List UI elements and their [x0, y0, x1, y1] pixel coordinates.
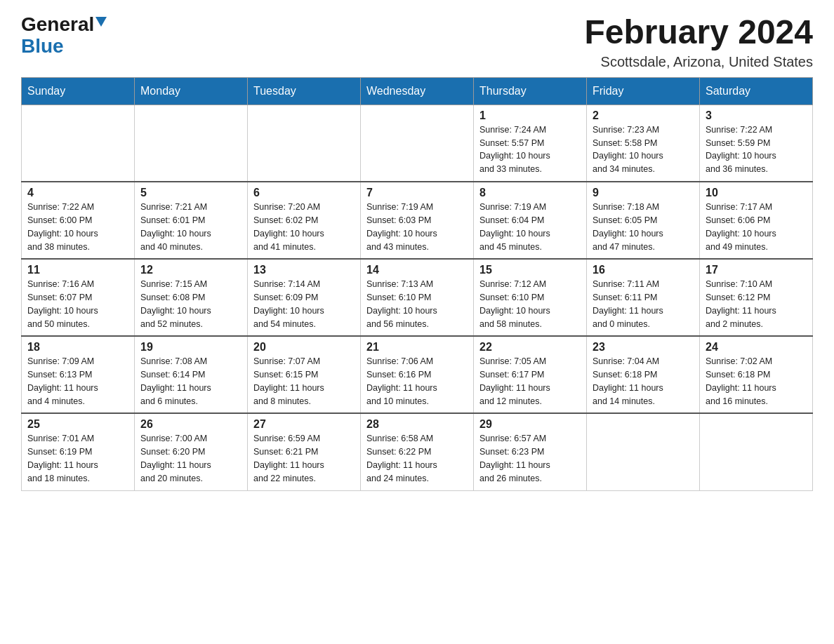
- day-info: Sunrise: 7:22 AMSunset: 6:00 PMDaylight:…: [27, 201, 128, 253]
- day-info: Sunrise: 7:19 AMSunset: 6:03 PMDaylight:…: [366, 201, 468, 253]
- weekday-header-monday: Monday: [135, 77, 248, 105]
- day-number: 21: [366, 341, 468, 354]
- day-number: 12: [140, 264, 241, 276]
- day-info: Sunrise: 7:16 AMSunset: 6:07 PMDaylight:…: [27, 278, 128, 330]
- day-number: 8: [479, 187, 581, 199]
- calendar-week-row: 18Sunrise: 7:09 AMSunset: 6:13 PMDayligh…: [22, 336, 813, 413]
- weekday-header-friday: Friday: [587, 77, 700, 105]
- calendar-cell: 18Sunrise: 7:09 AMSunset: 6:13 PMDayligh…: [22, 336, 135, 413]
- weekday-header-wednesday: Wednesday: [361, 77, 474, 105]
- calendar-cell: 8Sunrise: 7:19 AMSunset: 6:04 PMDaylight…: [474, 182, 587, 259]
- day-info: Sunrise: 7:22 AMSunset: 5:59 PMDaylight:…: [706, 123, 807, 176]
- calendar-cell: 28Sunrise: 6:58 AMSunset: 6:22 PMDayligh…: [361, 413, 474, 490]
- calendar-cell: [135, 105, 248, 182]
- day-info: Sunrise: 7:08 AMSunset: 6:14 PMDaylight:…: [140, 355, 241, 408]
- month-title: February 2024: [584, 14, 813, 51]
- calendar-cell: 20Sunrise: 7:07 AMSunset: 6:15 PMDayligh…: [248, 336, 361, 413]
- calendar-cell: 4Sunrise: 7:22 AMSunset: 6:00 PMDaylight…: [22, 182, 135, 259]
- calendar-cell: 11Sunrise: 7:16 AMSunset: 6:07 PMDayligh…: [22, 259, 135, 336]
- calendar-cell: 24Sunrise: 7:02 AMSunset: 6:18 PMDayligh…: [700, 336, 813, 413]
- calendar-cell: 10Sunrise: 7:17 AMSunset: 6:06 PMDayligh…: [700, 182, 813, 259]
- logo-general-text: General: [21, 14, 94, 36]
- calendar-cell: 7Sunrise: 7:19 AMSunset: 6:03 PMDaylight…: [361, 182, 474, 259]
- day-number: 14: [366, 264, 468, 276]
- day-number: 9: [593, 187, 694, 199]
- day-number: 19: [140, 341, 241, 354]
- calendar-cell: 3Sunrise: 7:22 AMSunset: 5:59 PMDaylight…: [700, 105, 813, 182]
- day-info: Sunrise: 7:00 AMSunset: 6:20 PMDaylight:…: [140, 432, 241, 485]
- day-info: Sunrise: 7:06 AMSunset: 6:16 PMDaylight:…: [366, 355, 468, 408]
- calendar-cell: 16Sunrise: 7:11 AMSunset: 6:11 PMDayligh…: [587, 259, 700, 336]
- day-number: 24: [706, 341, 807, 354]
- calendar-cell: 6Sunrise: 7:20 AMSunset: 6:02 PMDaylight…: [248, 182, 361, 259]
- calendar-cell: 29Sunrise: 6:57 AMSunset: 6:23 PMDayligh…: [474, 413, 587, 490]
- day-number: 28: [366, 418, 468, 431]
- calendar-cell: 12Sunrise: 7:15 AMSunset: 6:08 PMDayligh…: [135, 259, 248, 336]
- day-info: Sunrise: 7:23 AMSunset: 5:58 PMDaylight:…: [593, 123, 694, 176]
- location-text: Scottsdale, Arizona, United States: [584, 54, 813, 70]
- calendar-cell: 19Sunrise: 7:08 AMSunset: 6:14 PMDayligh…: [135, 336, 248, 413]
- day-info: Sunrise: 7:12 AMSunset: 6:10 PMDaylight:…: [479, 278, 581, 330]
- calendar-cell: [22, 105, 135, 182]
- day-number: 22: [479, 341, 581, 354]
- day-info: Sunrise: 7:15 AMSunset: 6:08 PMDaylight:…: [140, 278, 241, 330]
- day-number: 18: [27, 341, 128, 354]
- day-number: 6: [253, 187, 355, 199]
- calendar-cell: 25Sunrise: 7:01 AMSunset: 6:19 PMDayligh…: [22, 413, 135, 490]
- calendar-cell: [248, 105, 361, 182]
- weekday-header-saturday: Saturday: [700, 77, 813, 105]
- day-info: Sunrise: 6:58 AMSunset: 6:22 PMDaylight:…: [366, 432, 468, 485]
- page-header: General Blue February 2024 Scottsdale, A…: [21, 14, 813, 70]
- title-area: February 2024 Scottsdale, Arizona, Unite…: [584, 14, 813, 70]
- day-info: Sunrise: 6:57 AMSunset: 6:23 PMDaylight:…: [479, 432, 581, 485]
- day-info: Sunrise: 7:17 AMSunset: 6:06 PMDaylight:…: [706, 201, 807, 253]
- calendar-cell: 5Sunrise: 7:21 AMSunset: 6:01 PMDaylight…: [135, 182, 248, 259]
- day-number: 25: [27, 418, 128, 431]
- day-number: 3: [706, 109, 807, 122]
- logo: General Blue: [21, 14, 107, 58]
- day-info: Sunrise: 7:20 AMSunset: 6:02 PMDaylight:…: [253, 201, 355, 253]
- day-number: 20: [253, 341, 355, 354]
- calendar-cell: [361, 105, 474, 182]
- weekday-header-tuesday: Tuesday: [248, 77, 361, 105]
- calendar-cell: 15Sunrise: 7:12 AMSunset: 6:10 PMDayligh…: [474, 259, 587, 336]
- calendar-week-row: 1Sunrise: 7:24 AMSunset: 5:57 PMDaylight…: [22, 105, 813, 182]
- calendar-cell: 13Sunrise: 7:14 AMSunset: 6:09 PMDayligh…: [248, 259, 361, 336]
- day-info: Sunrise: 7:04 AMSunset: 6:18 PMDaylight:…: [593, 355, 694, 408]
- day-info: Sunrise: 7:01 AMSunset: 6:19 PMDaylight:…: [27, 432, 128, 485]
- calendar-week-row: 25Sunrise: 7:01 AMSunset: 6:19 PMDayligh…: [22, 413, 813, 490]
- day-number: 17: [706, 264, 807, 276]
- day-info: Sunrise: 7:24 AMSunset: 5:57 PMDaylight:…: [479, 123, 581, 176]
- calendar-header-row: SundayMondayTuesdayWednesdayThursdayFrid…: [22, 77, 813, 105]
- calendar-cell: 26Sunrise: 7:00 AMSunset: 6:20 PMDayligh…: [135, 413, 248, 490]
- calendar-cell: 27Sunrise: 6:59 AMSunset: 6:21 PMDayligh…: [248, 413, 361, 490]
- calendar-cell: [587, 413, 700, 490]
- day-number: 1: [479, 109, 581, 122]
- day-info: Sunrise: 7:02 AMSunset: 6:18 PMDaylight:…: [706, 355, 807, 408]
- day-number: 29: [479, 418, 581, 431]
- day-number: 23: [593, 341, 694, 354]
- day-info: Sunrise: 6:59 AMSunset: 6:21 PMDaylight:…: [253, 432, 355, 485]
- day-info: Sunrise: 7:09 AMSunset: 6:13 PMDaylight:…: [27, 355, 128, 408]
- day-number: 7: [366, 187, 468, 199]
- day-number: 11: [27, 264, 128, 276]
- calendar-cell: 2Sunrise: 7:23 AMSunset: 5:58 PMDaylight…: [587, 105, 700, 182]
- day-number: 27: [253, 418, 355, 431]
- day-number: 5: [140, 187, 241, 199]
- day-number: 15: [479, 264, 581, 276]
- calendar-cell: 14Sunrise: 7:13 AMSunset: 6:10 PMDayligh…: [361, 259, 474, 336]
- calendar-week-row: 4Sunrise: 7:22 AMSunset: 6:00 PMDaylight…: [22, 182, 813, 259]
- day-number: 4: [27, 187, 128, 199]
- weekday-header-thursday: Thursday: [474, 77, 587, 105]
- day-number: 16: [593, 264, 694, 276]
- calendar-cell: 21Sunrise: 7:06 AMSunset: 6:16 PMDayligh…: [361, 336, 474, 413]
- day-info: Sunrise: 7:21 AMSunset: 6:01 PMDaylight:…: [140, 201, 241, 253]
- calendar-cell: [700, 413, 813, 490]
- day-info: Sunrise: 7:07 AMSunset: 6:15 PMDaylight:…: [253, 355, 355, 408]
- calendar-cell: 17Sunrise: 7:10 AMSunset: 6:12 PMDayligh…: [700, 259, 813, 336]
- day-info: Sunrise: 7:13 AMSunset: 6:10 PMDaylight:…: [366, 278, 468, 330]
- day-info: Sunrise: 7:11 AMSunset: 6:11 PMDaylight:…: [593, 278, 694, 330]
- day-info: Sunrise: 7:05 AMSunset: 6:17 PMDaylight:…: [479, 355, 581, 408]
- logo-blue-text: Blue: [21, 35, 64, 57]
- day-info: Sunrise: 7:19 AMSunset: 6:04 PMDaylight:…: [479, 201, 581, 253]
